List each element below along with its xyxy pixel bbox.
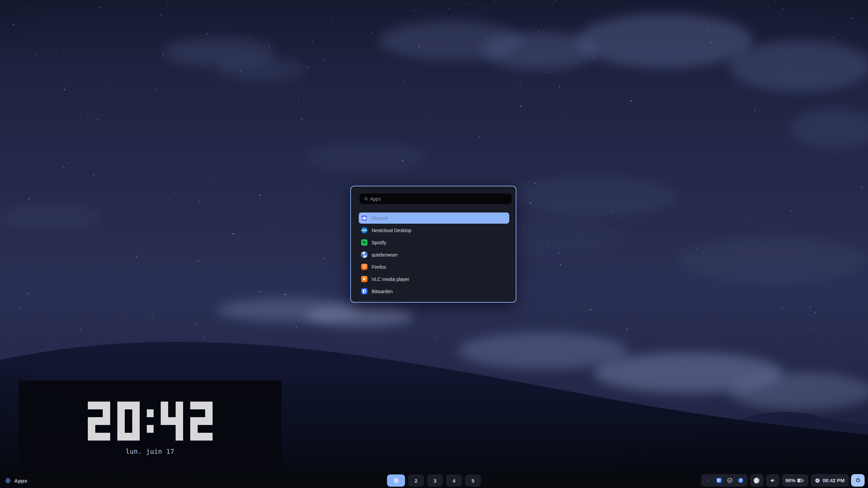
clock-date: lun. juin 17 [126, 448, 174, 455]
clock-icon [815, 478, 820, 483]
app-row-qutebrowser[interactable]: qutebrowser [359, 249, 509, 260]
app-label: Bitwarden [372, 289, 393, 294]
tray-status-group[interactable] [701, 474, 748, 487]
sync-arrows-icon[interactable] [705, 477, 711, 483]
clock-digit [117, 402, 140, 441]
app-label: VLC media player [372, 277, 409, 282]
app-row-bitwarden[interactable]: Bitwarden [359, 286, 509, 297]
clock-digit [88, 402, 110, 441]
firefox-icon [361, 263, 368, 270]
bitwarden-icon [361, 288, 368, 295]
app-label: Firefox [372, 264, 386, 270]
nextcloud-icon [361, 227, 368, 234]
volume-icon [770, 477, 776, 484]
apps-menu-button[interactable]: Apps [5, 473, 27, 488]
apps-menu-label: Apps [14, 478, 27, 484]
workspace-button-3[interactable]: 3 [427, 474, 443, 487]
clock-digit [161, 402, 183, 441]
spotify-icon [361, 239, 368, 246]
check-circle-icon[interactable] [727, 477, 733, 483]
workspace-button-4[interactable]: 4 [446, 474, 462, 487]
power-button[interactable] [851, 474, 865, 487]
workspace-label: 5 [472, 478, 474, 484]
bluetooth-icon[interactable] [738, 477, 744, 483]
workspace-label: 2 [415, 478, 417, 484]
discord-icon [361, 215, 368, 222]
workspace-button-5[interactable]: 5 [465, 474, 481, 487]
app-launcher[interactable]: Discord Nextcloud Desktop Spotify qutebr… [350, 186, 516, 303]
moon-icon [754, 477, 760, 484]
app-list: Discord Nextcloud Desktop Spotify qutebr… [359, 212, 509, 298]
workspace-button-2[interactable]: 2 [408, 474, 424, 487]
app-label: Discord [372, 216, 388, 221]
vlc-icon [361, 276, 368, 283]
clock-colon [147, 402, 154, 441]
app-row-vlc-media-player[interactable]: VLC media player [359, 273, 509, 285]
clock-digit [190, 402, 213, 441]
bitwarden-tray-icon[interactable] [716, 477, 722, 483]
volume-button[interactable] [766, 474, 780, 487]
app-label: qutebrowser [372, 252, 398, 258]
app-label: Spotify [372, 240, 386, 245]
clock-pill[interactable]: 08:42 PM [811, 474, 849, 487]
app-label: Nextcloud Desktop [372, 228, 412, 233]
workspace-label: 3 [434, 478, 436, 484]
clock-widget: lun. juin 17 [19, 381, 281, 472]
gear-icon [5, 477, 11, 484]
workspace-button-1[interactable] [387, 474, 405, 487]
workspace-label: 4 [453, 478, 455, 484]
search-icon [364, 197, 369, 201]
launcher-search-bar[interactable] [359, 194, 512, 204]
night-light-button[interactable] [750, 474, 764, 487]
workspace-window-indicator [394, 478, 398, 483]
battery-charging-icon [797, 478, 805, 483]
battery-percent: 98% [785, 477, 795, 483]
app-row-spotify[interactable]: Spotify [359, 237, 509, 248]
qutebrowser-icon [361, 251, 368, 258]
battery-indicator[interactable]: 98% [782, 474, 808, 487]
app-row-nextcloud-desktop[interactable]: Nextcloud Desktop [359, 225, 509, 236]
app-row-firefox[interactable]: Firefox [359, 261, 509, 272]
clock-time [88, 402, 213, 441]
search-input[interactable] [369, 196, 499, 202]
app-row-discord[interactable]: Discord [359, 212, 509, 224]
power-icon [855, 477, 861, 483]
workspace-switcher: 2345 [387, 474, 481, 487]
system-tray: 98% 08:42 PM [701, 474, 865, 487]
taskbar: Apps 2345 98% 08:42 PM [0, 473, 868, 488]
taskbar-time: 08:42 PM [823, 477, 845, 483]
